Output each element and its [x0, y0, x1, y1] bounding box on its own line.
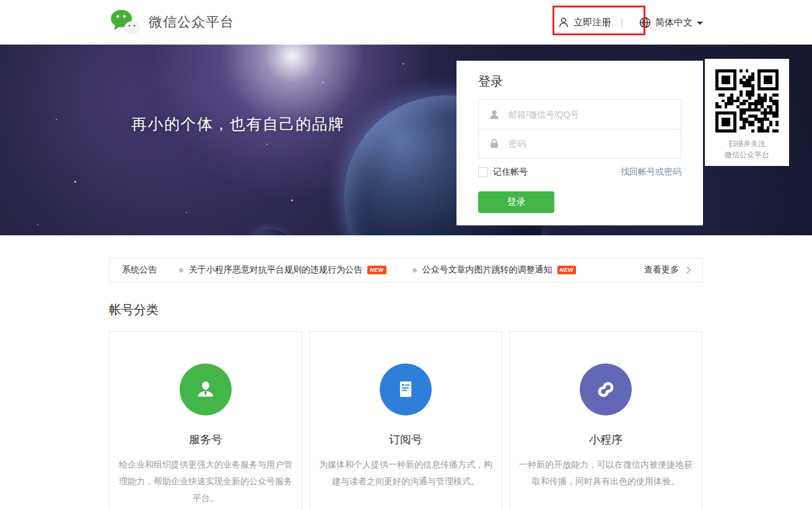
announcement-bar: 系统公告 关于小程序恶意对抗平台规则的违规行为公告 NEW 公众号文章内图片跳转…: [109, 258, 703, 282]
hero-tagline: 再小的个体，也有自己的品牌: [131, 114, 345, 134]
qr-caption: 扫描并关注 微信公众平台: [705, 138, 789, 160]
bullet-icon: [179, 268, 183, 272]
lock-icon: [489, 138, 500, 149]
announcement-link[interactable]: 关于小程序恶意对抗平台规则的违规行为公告: [189, 264, 362, 276]
announcement-link[interactable]: 公众号文章内图片跳转的调整通知: [422, 264, 552, 276]
remember-checkbox[interactable]: [478, 167, 488, 177]
view-more-link[interactable]: 查看更多: [644, 264, 690, 276]
card-miniprogram[interactable]: 小程序 一种新的开放能力，可以在微信内被便捷地获取和传播，同时具有出色的使用体验…: [509, 331, 702, 509]
site-title: 微信公众平台: [149, 13, 234, 32]
new-badge: NEW: [367, 266, 386, 274]
register-link[interactable]: 立即注册: [558, 17, 611, 28]
qr-caption-line1: 扫描并关注: [705, 138, 789, 149]
globe-icon: [639, 17, 651, 28]
hero-banner: 再小的个体，也有自己的品牌 登录 记住帐号: [0, 45, 812, 235]
card-title: 服务号: [110, 432, 302, 447]
card-description: 为媒体和个人提供一种新的信息传播方式，构建与读者之间更好的沟通与管理模式。: [318, 456, 493, 490]
login-heading: 登录: [478, 73, 681, 90]
card-title: 小程序: [510, 432, 702, 447]
qr-panel: 扫描并关注 微信公众平台: [705, 59, 789, 166]
categories-heading: 帐号分类: [109, 302, 703, 318]
service-person-icon: [180, 363, 232, 415]
category-cards: 服务号 给企业和组织提供更强大的业务服务与用户管理能力，帮助企业快速实现全新的公…: [109, 331, 703, 509]
login-panel: 登录 记住帐号 找回帐号或密码: [456, 61, 703, 225]
card-subscription-account[interactable]: 订阅号 为媒体和个人提供一种新的信息传播方式，构建与读者之间更好的沟通与管理模式…: [309, 331, 502, 509]
header-divider: |: [621, 17, 623, 27]
forgot-password-link[interactable]: 找回帐号或密码: [621, 167, 681, 178]
language-label: 简体中文: [655, 17, 692, 28]
user-icon: [558, 17, 569, 28]
caret-down-icon: [697, 22, 703, 25]
new-badge: NEW: [557, 266, 577, 274]
register-label: 立即注册: [574, 17, 611, 28]
account-icon: [489, 109, 500, 120]
chevron-right-icon: [684, 266, 691, 273]
remember-label: 记住帐号: [493, 167, 528, 178]
bullet-icon: [413, 268, 417, 272]
header: 微信公众平台 立即注册 | 简体中文: [0, 0, 812, 45]
password-input[interactable]: [509, 129, 681, 158]
remember-account[interactable]: 记住帐号: [478, 167, 528, 178]
account-input[interactable]: [509, 100, 681, 129]
password-input-row: [479, 129, 681, 158]
wechat-logo[interactable]: [109, 8, 141, 37]
card-service-account[interactable]: 服务号 给企业和组织提供更强大的业务服务与用户管理能力，帮助企业快速实现全新的公…: [109, 331, 302, 509]
qr-caption-line2: 微信公众平台: [705, 149, 789, 160]
subscription-article-icon: [380, 363, 432, 415]
account-input-row: [479, 100, 681, 129]
miniprogram-icon: [580, 363, 632, 415]
card-title: 订阅号: [310, 432, 502, 447]
wechat-logo-icon: [109, 8, 141, 37]
announcement-item[interactable]: 公众号文章内图片跳转的调整通知 NEW: [413, 264, 577, 276]
planet-small: [247, 229, 295, 235]
login-button[interactable]: 登录: [478, 191, 554, 213]
view-more-label: 查看更多: [644, 264, 679, 276]
card-description: 给企业和组织提供更强大的业务服务与用户管理能力，帮助企业快速实现全新的公众号服务…: [118, 456, 293, 507]
language-selector[interactable]: 简体中文: [639, 17, 703, 28]
card-description: 一种新的开放能力，可以在微信内被便捷地获取和传播，同时具有出色的使用体验。: [518, 456, 693, 490]
announcement-item[interactable]: 关于小程序恶意对抗平台规则的违规行为公告 NEW: [179, 264, 386, 276]
qr-code: [715, 69, 779, 133]
announcement-label: 系统公告: [122, 264, 157, 276]
